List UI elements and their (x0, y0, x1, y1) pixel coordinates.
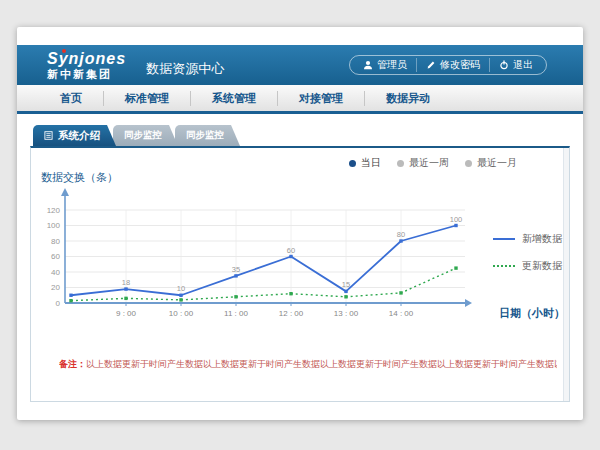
user-icon (363, 60, 373, 70)
radio-dot-icon (349, 160, 356, 167)
svg-text:100: 100 (450, 215, 463, 224)
user-menu-label: 修改密码 (440, 58, 480, 72)
time-filter-2[interactable]: 最近一月 (465, 156, 517, 170)
time-filter-group: 当日最近一周最近一月 (349, 156, 517, 170)
footnote-label: 备注： (59, 359, 86, 369)
logo-red-dot-icon (62, 49, 66, 53)
footnote-text: 以上数据更新于时间产生数据以上数据更新于时间产生数据以上数据更新于时间产生数据以… (86, 359, 557, 369)
nav-item-2[interactable]: 系统管理 (190, 91, 277, 106)
svg-text:14 : 00: 14 : 00 (389, 309, 414, 318)
svg-text:80: 80 (397, 230, 405, 239)
tab-bar: 系统介绍同步监控同步监控 (33, 125, 570, 146)
nav-item-4[interactable]: 数据异动 (364, 91, 451, 106)
user-menu-label: 退出 (513, 58, 533, 72)
svg-text:10 : 00: 10 : 00 (169, 309, 194, 318)
user-menu-item-2[interactable]: 退出 (489, 58, 542, 72)
nav-item-0[interactable]: 首页 (39, 91, 103, 106)
time-filter-0[interactable]: 当日 (349, 156, 381, 170)
user-menu-label: 管理员 (377, 58, 407, 72)
svg-text:60: 60 (51, 252, 60, 261)
radio-dot-icon (465, 160, 472, 167)
user-menu: 管理员修改密码退出 (349, 55, 547, 75)
svg-text:10: 10 (177, 284, 185, 293)
svg-text:40: 40 (51, 268, 60, 277)
svg-text:20: 20 (51, 283, 60, 292)
legend-line-icon (493, 265, 515, 267)
time-filter-1[interactable]: 最近一周 (397, 156, 449, 170)
legend-label: 更新数据 (522, 259, 562, 273)
svg-text:120: 120 (47, 206, 61, 215)
series-legend: 新增数据更新数据 (493, 232, 562, 273)
app-title: 数据资源中心 (146, 60, 224, 85)
panel-scrollbar[interactable] (563, 148, 569, 401)
svg-text:13 : 00: 13 : 00 (334, 309, 359, 318)
svg-text:12 : 00: 12 : 00 (279, 309, 304, 318)
tab-0[interactable]: 系统介绍 (33, 125, 116, 146)
edit-icon (426, 60, 436, 70)
svg-text:9 : 00: 9 : 00 (116, 309, 137, 318)
app-window: Synjones 新中新集团 数据资源中心 管理员修改密码退出 首页标准管理系统… (17, 27, 583, 420)
svg-text:15: 15 (342, 280, 350, 289)
user-menu-item-1[interactable]: 修改密码 (416, 58, 489, 72)
power-icon (499, 60, 509, 70)
chart-panel: 当日最近一周最近一月 数据交换（条） 9 : 0010 : 0011 : 001… (30, 146, 570, 402)
filter-label: 最近一月 (477, 156, 517, 170)
tab-label: 同步监控 (124, 129, 162, 142)
page-background: Synjones 新中新集团 数据资源中心 管理员修改密码退出 首页标准管理系统… (0, 0, 600, 450)
nav-item-1[interactable]: 标准管理 (103, 91, 190, 106)
filter-label: 最近一周 (409, 156, 449, 170)
legend-line-icon (493, 238, 515, 240)
user-menu-item-0[interactable]: 管理员 (354, 58, 416, 72)
filter-label: 当日 (361, 156, 381, 170)
tab-1[interactable]: 同步监控 (113, 125, 178, 146)
main-nav: 首页标准管理系统管理对接管理数据异动 (17, 85, 583, 114)
svg-text:11 : 00: 11 : 00 (224, 309, 248, 318)
content-area: 系统介绍同步监控同步监控 当日最近一周最近一月 数据交换（条） 9 : 0010… (17, 114, 583, 420)
doc-icon (44, 130, 53, 142)
legend-item-0[interactable]: 新增数据 (493, 232, 562, 246)
company-name: 新中新集团 (47, 69, 126, 80)
svg-text:80: 80 (51, 237, 60, 246)
tab-label: 同步监控 (186, 129, 224, 142)
legend-item-1[interactable]: 更新数据 (493, 259, 562, 273)
footnote: 备注：以上数据更新于时间产生数据以上数据更新于时间产生数据以上数据更新于时间产生… (59, 358, 557, 371)
legend-label: 新增数据 (522, 232, 562, 246)
x-axis-title: 日期（小时） (499, 306, 565, 321)
tab-2[interactable]: 同步监控 (175, 125, 240, 146)
nav-item-3[interactable]: 对接管理 (277, 91, 364, 106)
radio-dot-icon (397, 160, 404, 167)
app-header: Synjones 新中新集团 数据资源中心 管理员修改密码退出 (17, 45, 583, 85)
svg-text:0: 0 (56, 299, 61, 308)
svg-text:100: 100 (47, 221, 61, 230)
company-logo: Synjones 新中新集团 (47, 51, 126, 80)
tab-label: 系统介绍 (58, 129, 100, 143)
brand-name: Synjones (47, 51, 126, 67)
y-axis-title: 数据交换（条） (41, 170, 118, 185)
svg-text:35: 35 (232, 265, 240, 274)
svg-text:60: 60 (287, 246, 295, 255)
chart-canvas: 9 : 0010 : 0011 : 0012 : 0013 : 0014 : 0… (31, 184, 501, 329)
svg-text:18: 18 (122, 278, 130, 287)
